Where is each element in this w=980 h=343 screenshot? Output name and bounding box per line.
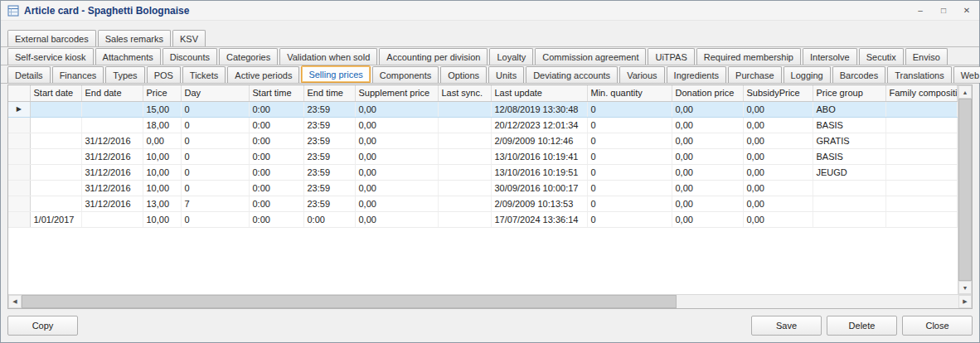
save-button[interactable]: Save	[751, 316, 822, 336]
column-header-donation-price[interactable]: Donation price	[672, 85, 743, 101]
table-row[interactable]: 31/12/201610,0000:0023:590,0013/10/2016 …	[8, 164, 958, 180]
vertical-scrollbar-thumb[interactable]	[958, 99, 972, 281]
table-row[interactable]: 31/12/201613,0070:0023:590,002/09/2009 1…	[8, 196, 958, 211]
cell	[438, 180, 491, 196]
tab-required-membership[interactable]: Required membership	[696, 48, 801, 65]
cell: 31/12/2016	[81, 180, 143, 196]
column-header-end-date[interactable]: End date	[81, 85, 143, 101]
column-header-family-composition[interactable]: Family composition	[885, 85, 958, 101]
tab-categories[interactable]: Categories	[219, 48, 278, 65]
cell: 0:00	[249, 196, 303, 211]
tab-validation-when-sold[interactable]: Validation when sold	[279, 48, 377, 65]
tab-uitpas[interactable]: UiTPAS	[648, 48, 694, 65]
tab-loyalty[interactable]: Loyalty	[489, 48, 533, 65]
horizontal-scrollbar-thumb[interactable]	[22, 295, 677, 308]
tab-pos[interactable]: POS	[147, 66, 181, 83]
tab-commission-agreement[interactable]: Commission agreement	[535, 48, 646, 65]
column-header-start-date[interactable]: Start date	[30, 85, 81, 101]
cell	[885, 164, 958, 180]
tab-selling-prices[interactable]: Selling prices	[301, 65, 370, 83]
cell: 15,00	[143, 101, 181, 117]
tab-ksv[interactable]: KSV	[172, 30, 206, 46]
scroll-left-icon[interactable]: ◀	[8, 295, 22, 308]
table-row[interactable]: 1/01/201710,0000:000:000,0017/07/2024 13…	[8, 211, 958, 227]
cell	[30, 101, 81, 117]
column-header-min-quantity[interactable]: Min. quantity	[587, 85, 672, 101]
tab-web[interactable]: Web	[953, 66, 980, 83]
tab-units[interactable]: Units	[488, 66, 524, 83]
tab-logging[interactable]: Logging	[784, 66, 831, 83]
tab-translations[interactable]: Translations	[887, 66, 952, 83]
tab-purchase[interactable]: Purchase	[728, 66, 781, 83]
table-row[interactable]: 31/12/20160,0000:0023:590,002/09/2009 10…	[8, 133, 958, 148]
tab-various[interactable]: Various	[619, 66, 664, 83]
table-row[interactable]: 31/12/201610,0000:0023:590,0030/09/2016 …	[8, 180, 958, 196]
cell: BASIS	[813, 148, 885, 164]
cell	[30, 148, 81, 164]
tab-intersolve[interactable]: Intersolve	[803, 48, 857, 65]
tab-finances[interactable]: Finances	[52, 66, 104, 83]
tab-deviating-accounts[interactable]: Deviating accounts	[526, 66, 618, 83]
tab-discounts[interactable]: Discounts	[163, 48, 217, 65]
cell: 31/12/2016	[81, 148, 143, 164]
column-header-end-time[interactable]: End time	[303, 85, 355, 101]
column-header-subsidyprice[interactable]: SubsidyPrice	[743, 85, 813, 101]
row-indicator-cell	[8, 196, 30, 211]
cell	[81, 101, 143, 117]
column-header-price-group[interactable]: Price group	[813, 85, 885, 101]
tab-active-periods[interactable]: Active periods	[227, 66, 299, 83]
grid-table-wrap: Start dateEnd datePriceDayStart timeEnd …	[8, 85, 958, 294]
table-row[interactable]: 18,0000:0023:590,0020/12/2023 12:01:3400…	[8, 117, 958, 133]
cell: 0,00	[743, 180, 813, 196]
cell	[885, 211, 958, 227]
cell	[438, 101, 491, 117]
scroll-right-icon[interactable]: ▶	[958, 295, 972, 308]
column-header-last-sync[interactable]: Last sync.	[438, 85, 491, 101]
tab-secutix[interactable]: Secutix	[859, 48, 904, 65]
close-button[interactable]: Close	[902, 316, 973, 336]
tab-external-barcodes[interactable]: External barcodes	[7, 30, 96, 46]
table-row[interactable]: ▶15,0000:0023:590,0012/08/2019 13:30:480…	[8, 101, 958, 117]
tab-components[interactable]: Components	[372, 66, 439, 83]
tab-sales-remarks[interactable]: Sales remarks	[98, 30, 171, 46]
cell: 23:59	[303, 148, 355, 164]
column-header-start-time[interactable]: Start time	[249, 85, 303, 101]
cell: 0,00	[672, 211, 743, 227]
cell: 7	[181, 196, 249, 211]
tab-tickets[interactable]: Tickets	[182, 66, 226, 83]
copy-button[interactable]: Copy	[7, 316, 78, 336]
tab-enviso[interactable]: Enviso	[905, 48, 948, 65]
scroll-down-icon[interactable]: ▼	[958, 281, 972, 294]
tab-details[interactable]: Details	[7, 66, 51, 83]
column-header-day[interactable]: Day	[181, 85, 249, 101]
tab-options[interactable]: Options	[440, 66, 487, 83]
table-row[interactable]: 31/12/201610,0000:0023:590,0013/10/2016 …	[8, 148, 958, 164]
tab-accounting-per-division[interactable]: Accounting per division	[379, 48, 488, 65]
column-header-price[interactable]: Price	[143, 85, 181, 101]
close-icon[interactable]: ✕	[961, 6, 973, 15]
cell: 0:00	[249, 148, 303, 164]
horizontal-scrollbar[interactable]: ◀ ▶	[8, 294, 972, 308]
tab-self-service-kiosk[interactable]: Self-service kiosk	[7, 48, 94, 65]
cell: 2/09/2009 10:12:46	[491, 133, 587, 148]
tab-attachments[interactable]: Attachments	[95, 48, 161, 65]
cell	[885, 101, 958, 117]
tab-types[interactable]: Types	[105, 66, 144, 83]
article-card-window: Article card - Spaghetti Bolognaise – □ …	[0, 0, 980, 343]
window-controls: – □ ✕	[915, 6, 973, 15]
cell: 0,00	[743, 196, 813, 211]
cell: 23:59	[303, 101, 355, 117]
tab-ingredients[interactable]: Ingredients	[667, 66, 726, 83]
column-header-supplement-price[interactable]: Supplement price	[355, 85, 438, 101]
horizontal-scrollbar-track[interactable]	[677, 295, 958, 308]
vertical-scrollbar[interactable]: ▲ ▼	[958, 85, 972, 294]
delete-button[interactable]: Delete	[827, 316, 897, 336]
cell: 0	[181, 180, 249, 196]
maximize-icon[interactable]: □	[938, 6, 949, 15]
column-header-last-update[interactable]: Last update	[491, 85, 587, 101]
tab-barcodes[interactable]: Barcodes	[832, 66, 885, 83]
scroll-up-icon[interactable]: ▲	[958, 85, 972, 99]
cell: 12/08/2019 13:30:48	[491, 101, 587, 117]
minimize-icon[interactable]: –	[915, 6, 926, 15]
cell: 0	[587, 211, 672, 227]
